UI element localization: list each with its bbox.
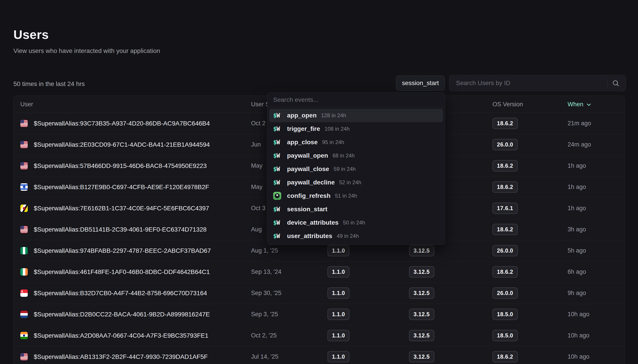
user-id: $SuperwallAlias:B32D7CB0-A4F7-44B2-8758-…	[34, 290, 207, 297]
user-id: $SuperwallAlias:2E03CD09-67C1-4ADC-BA41-…	[34, 141, 210, 148]
os-version-cell: 26.0.0	[492, 240, 518, 261]
os-version-badge: 18.5.0	[492, 308, 518, 320]
when-value-cell: 1h ago	[568, 155, 586, 176]
app-version-cell: 1.1.0	[328, 261, 350, 282]
table-row[interactable]: $SuperwallAlias:D2B0CC22-BACA-4061-9B2D-…	[14, 304, 624, 325]
event-count-summary: 50 times in the last 24 hrs	[14, 80, 85, 88]
os-version-badge: 18.6.2	[492, 351, 518, 362]
flag-us-icon	[20, 141, 28, 148]
user-since-cell: Sep 30, '25	[251, 282, 281, 304]
user-id: $SuperwallAlias:461F48FE-1AF0-46B0-8DBC-…	[34, 268, 210, 276]
event-item-config_refresh[interactable]: config_refresh51 in 24h	[269, 189, 443, 202]
os-version-cell: 18.6.2	[492, 155, 518, 176]
search-users-input[interactable]	[449, 75, 626, 91]
event-item-device_attributes[interactable]: $Wdevice_attributes50 in 24h	[269, 216, 443, 229]
flag-us-icon	[20, 353, 28, 360]
flag-cell	[20, 304, 28, 325]
table-row[interactable]: $SuperwallAlias:AB1313F2-2B2F-44C7-9930-…	[14, 346, 624, 364]
user-id-cell: $SuperwallAlias:AB1313F2-2B2F-44C7-9930-…	[34, 346, 208, 364]
sdk-version-badge: 3.12.5	[409, 245, 434, 256]
superwall-event-icon: $W	[273, 233, 280, 240]
flag-cell	[20, 113, 28, 134]
user-id: $SuperwallAlias:B127E9B0-C697-4CFB-AE9E-…	[34, 184, 209, 191]
flag-cell	[20, 176, 28, 198]
flag-in-icon	[20, 332, 28, 339]
table-row[interactable]: $SuperwallAlias:B32D7CB0-A4F7-44B2-8758-…	[14, 282, 624, 304]
sdk-version-badge: 3.12.5	[409, 308, 434, 320]
event-item-app_open[interactable]: $Wapp_open128 in 24h	[269, 109, 443, 122]
user-since: Jun	[251, 141, 261, 148]
event-item-app_close[interactable]: $Wapp_close95 in 24h	[269, 136, 443, 149]
user-since-cell: Jul 14, '25	[251, 346, 278, 364]
event-item-paywall_close[interactable]: $Wpaywall_close59 in 24h	[269, 162, 443, 176]
event-item-paywall_open[interactable]: $Wpaywall_open68 in 24h	[269, 149, 443, 162]
flag-cell	[20, 198, 28, 219]
column-header-when-sort[interactable]: When	[568, 96, 592, 113]
table-row[interactable]: $SuperwallAlias:461F48FE-1AF0-46B0-8DBC-…	[14, 261, 624, 282]
flag-cell	[20, 155, 28, 176]
user-id-cell: $SuperwallAlias:B127E9B0-C697-4CFB-AE9E-…	[34, 176, 209, 198]
user-id: $SuperwallAlias:7E6162B1-1C37-4C0E-94FC-…	[34, 205, 209, 212]
user-id: $SuperwallAlias:A2D08AA7-0667-4C04-A7F3-…	[34, 332, 208, 339]
when-value: 6h ago	[568, 268, 586, 275]
chevron-down-icon	[586, 102, 592, 108]
app-version-cell: 1.1.0	[328, 282, 350, 304]
os-version-badge: 26.0.0	[492, 245, 518, 256]
page-title: Users	[14, 27, 49, 42]
os-version-cell: 26.0.0	[492, 282, 518, 304]
app-version-badge: 1.1.0	[328, 245, 350, 256]
search-events-input[interactable]	[267, 93, 445, 107]
sdk-version-cell: 3.12.5	[409, 346, 434, 364]
event-name: paywall_close	[287, 166, 329, 172]
search-icon[interactable]	[612, 79, 620, 87]
superwall-event-icon: $W	[273, 166, 280, 172]
app-version-cell: 1.1.0	[328, 346, 350, 364]
when-value: 3h ago	[568, 226, 586, 233]
os-version-badge: 18.6.2	[492, 266, 518, 278]
event-item-paywall_decline[interactable]: $Wpaywall_decline52 in 24h	[269, 176, 443, 189]
user-since-cell: Oct 3	[251, 198, 265, 219]
os-version-badge: 18.6.2	[492, 181, 518, 193]
flag-il-icon	[20, 183, 28, 191]
user-id: $SuperwallAlias:93C73B35-A937-4D20-86DB-…	[34, 120, 210, 127]
user-id: $SuperwallAlias:DB51141B-2C39-4061-9EF0-…	[34, 226, 207, 233]
when-value-cell: 9h ago	[568, 282, 586, 304]
superwall-event-icon: $W	[273, 139, 280, 146]
event-count: 95 in 24h	[322, 139, 344, 146]
column-header-os-version: OS Version	[492, 96, 523, 113]
user-since: Oct 2	[251, 120, 265, 127]
os-version-badge: 26.0.0	[492, 288, 518, 299]
when-value: 10h ago	[568, 353, 589, 360]
user-since: Oct 2, '25	[251, 332, 277, 339]
when-value-cell: 10h ago	[568, 325, 589, 346]
event-item-trigger_fire[interactable]: $Wtrigger_fire108 in 24h	[269, 122, 443, 136]
flag-us-icon	[20, 120, 28, 127]
user-id-cell: $SuperwallAlias:D2B0CC22-BACA-4061-9B2D-…	[34, 304, 210, 325]
event-item-user_attributes[interactable]: $Wuser_attributes49 in 24h	[269, 229, 443, 243]
event-filter-button[interactable]: session_start	[396, 76, 445, 91]
flag-cell	[20, 346, 28, 364]
os-version-badge: 18.6.2	[492, 160, 518, 172]
user-since-cell: Oct 2, '25	[251, 325, 277, 346]
table-row[interactable]: $SuperwallAlias:A2D08AA7-0667-4C04-A7F3-…	[14, 325, 624, 346]
when-value-cell: 24m ago	[568, 134, 591, 155]
event-count: 52 in 24h	[339, 179, 361, 186]
event-name: device_attributes	[287, 219, 339, 226]
page-subtitle: View users who have interacted with your…	[14, 47, 160, 54]
os-version-badge: 18.6.2	[492, 118, 518, 129]
os-version-cell: 18.6.2	[492, 261, 518, 282]
when-value: 24m ago	[568, 141, 591, 148]
superwall-event-icon: $W	[273, 179, 280, 186]
user-since: Sep 30, '25	[251, 290, 281, 296]
user-id-cell: $SuperwallAlias:93C73B35-A937-4D20-86DB-…	[34, 113, 210, 134]
user-since: Aug	[251, 226, 262, 233]
event-item-session_start[interactable]: $Wsession_start	[269, 202, 443, 216]
event-name: config_refresh	[287, 192, 331, 200]
os-version-cell: 18.6.2	[492, 113, 518, 134]
sdk-version-cell: 3.12.5	[409, 304, 434, 325]
user-since: Jul 14, '25	[251, 353, 278, 360]
sdk-version-cell: 3.12.5	[409, 261, 434, 282]
user-id-cell: $SuperwallAlias:A2D08AA7-0667-4C04-A7F3-…	[34, 325, 208, 346]
superwall-event-icon: $W	[273, 219, 280, 226]
user-id: $SuperwallAlias:D2B0CC22-BACA-4061-9B2D-…	[34, 311, 210, 318]
